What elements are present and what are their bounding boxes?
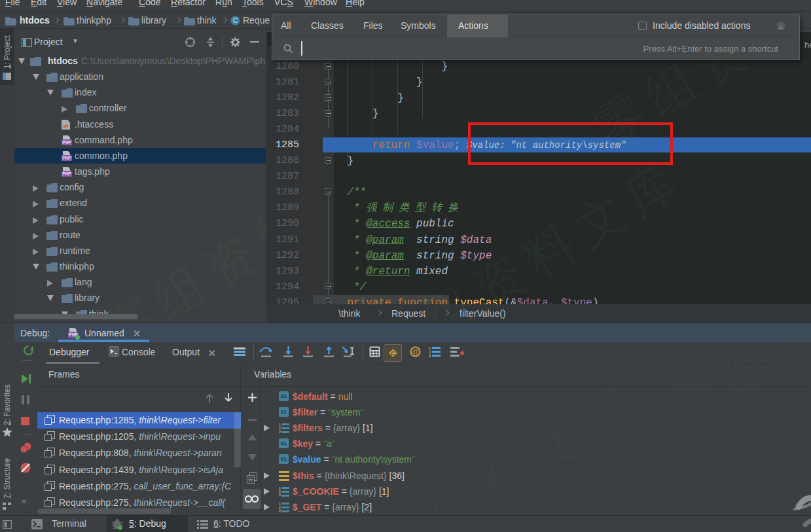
svg-text:C: C xyxy=(233,17,238,24)
svg-text:@: @ xyxy=(412,348,418,355)
svg-text:3: 3 xyxy=(429,354,431,357)
svg-text:C: C xyxy=(391,350,395,357)
